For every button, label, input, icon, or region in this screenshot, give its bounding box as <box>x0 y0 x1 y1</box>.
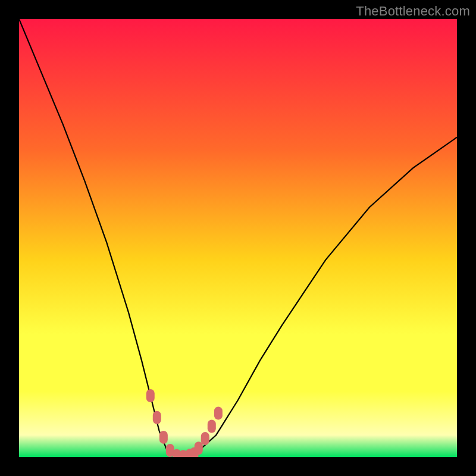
bottleneck-chart <box>19 19 457 457</box>
marker-dot <box>214 406 223 419</box>
gradient-background <box>19 19 457 457</box>
marker-dot <box>208 420 216 433</box>
marker-dot <box>195 441 203 455</box>
watermark-text: TheBottleneck.com <box>356 4 470 19</box>
marker-dot <box>159 431 168 444</box>
marker-dot <box>146 389 155 402</box>
chart-frame: TheBottleneck.com <box>0 0 476 476</box>
plot-area <box>19 19 457 457</box>
marker-dot <box>153 411 161 424</box>
marker-dot <box>201 432 209 445</box>
